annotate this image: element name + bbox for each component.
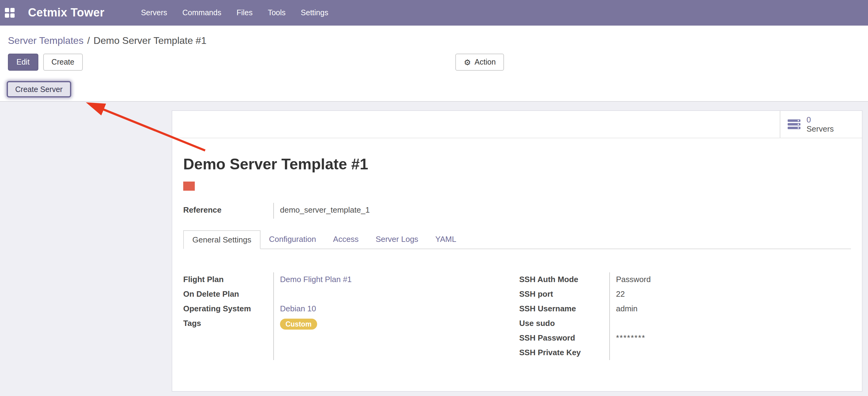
controls-row: Edit Create ⚙ Action [0, 54, 868, 71]
nav-item-files[interactable]: Files [237, 8, 253, 17]
breadcrumb-link-server-templates[interactable]: Server Templates [8, 35, 83, 46]
field-value-flight-plan[interactable]: Demo Flight Plan #1 [280, 275, 352, 284]
field-value-ssh-auth-mode: Password [616, 275, 651, 284]
tab-general-settings[interactable]: General Settings [183, 230, 260, 249]
create-button[interactable]: Create [43, 54, 83, 71]
notebook-tabs: General Settings Configuration Access Se… [183, 230, 851, 249]
field-value-operating-system[interactable]: Debian 10 [280, 304, 316, 313]
field-group-right: SSH Auth Mode SSH port SSH Username Use … [519, 272, 851, 360]
field-label-ssh-password: SSH Password [519, 331, 609, 345]
field-value-ssh-password: ******** [616, 333, 646, 342]
nav-menu: Servers Commands Files Tools Settings [141, 8, 329, 17]
servers-stat-label: Servers [807, 124, 834, 134]
field-label-operating-system: Operating System [183, 302, 273, 316]
record-title: Demo Server Template #1 [183, 155, 851, 173]
create-server-button[interactable]: Create Server [7, 81, 71, 97]
top-navbar: Cetmix Tower Servers Commands Files Tool… [0, 0, 868, 26]
servers-icon [788, 119, 801, 130]
edit-button[interactable]: Edit [8, 54, 38, 71]
nav-item-servers[interactable]: Servers [141, 8, 167, 17]
field-group-left: Flight Plan On Delete Plan Operating Sys… [183, 272, 519, 360]
tab-access[interactable]: Access [324, 230, 367, 249]
field-label-ssh-port: SSH port [519, 287, 609, 302]
field-label-ssh-private-key: SSH Private Key [519, 345, 609, 360]
action-button[interactable]: ⚙ Action [455, 54, 504, 71]
status-row: Create Server [0, 81, 868, 101]
apps-grid-icon[interactable] [5, 8, 14, 18]
color-swatch [183, 181, 195, 191]
button-box: 0 Servers [172, 111, 862, 138]
labels-col-left: Flight Plan On Delete Plan Operating Sys… [183, 272, 273, 360]
tag-badge-custom: Custom [280, 318, 317, 329]
labels-col-right: SSH Auth Mode SSH port SSH Username Use … [519, 272, 609, 360]
main-area: 0 Servers Demo Server Template #1 Refere… [0, 102, 868, 396]
field-value-ssh-username: admin [616, 304, 638, 313]
card-inner: Demo Server Template #1 Reference demo_s… [172, 155, 862, 360]
gear-icon: ⚙ [464, 58, 471, 66]
nav-item-commands[interactable]: Commands [182, 8, 221, 17]
tab-configuration[interactable]: Configuration [260, 230, 325, 249]
record-card: 0 Servers Demo Server Template #1 Refere… [172, 110, 863, 392]
field-label-tags: Tags [183, 316, 273, 331]
nav-item-tools[interactable]: Tools [268, 8, 285, 17]
page-root: Cetmix Tower Servers Commands Files Tool… [0, 0, 868, 396]
nav-item-settings[interactable]: Settings [301, 8, 328, 17]
field-label-flight-plan: Flight Plan [183, 272, 273, 287]
breadcrumb-separator: / [87, 35, 90, 46]
fields-section: Flight Plan On Delete Plan Operating Sys… [183, 272, 851, 360]
field-label-use-sudo: Use sudo [519, 316, 609, 331]
breadcrumb: Server Templates/Demo Server Template #1 [0, 26, 868, 48]
tab-server-logs[interactable]: Server Logs [367, 230, 427, 249]
breadcrumb-current: Demo Server Template #1 [93, 35, 206, 46]
servers-stat-button[interactable]: 0 Servers [780, 111, 862, 138]
reference-row: Reference demo_server_template_1 [183, 203, 851, 219]
field-value-ssh-port: 22 [616, 289, 625, 299]
values-col-right: Password 22 admin ******** [609, 272, 851, 360]
header-block: Server Templates/Demo Server Template #1… [0, 26, 868, 102]
brand[interactable]: Cetmix Tower [28, 6, 104, 20]
field-label-ssh-auth-mode: SSH Auth Mode [519, 272, 609, 287]
field-label-ssh-username: SSH Username [519, 302, 609, 316]
field-label-reference: Reference [183, 203, 273, 219]
servers-stat-texts: 0 Servers [807, 115, 834, 134]
action-button-label: Action [474, 58, 496, 66]
values-col-left: Demo Flight Plan #1 Debian 10 Custom [273, 272, 519, 360]
servers-stat-count: 0 [807, 115, 834, 124]
field-value-reference: demo_server_template_1 [273, 203, 370, 219]
field-label-on-delete-plan: On Delete Plan [183, 287, 273, 302]
tab-yaml[interactable]: YAML [427, 230, 465, 249]
